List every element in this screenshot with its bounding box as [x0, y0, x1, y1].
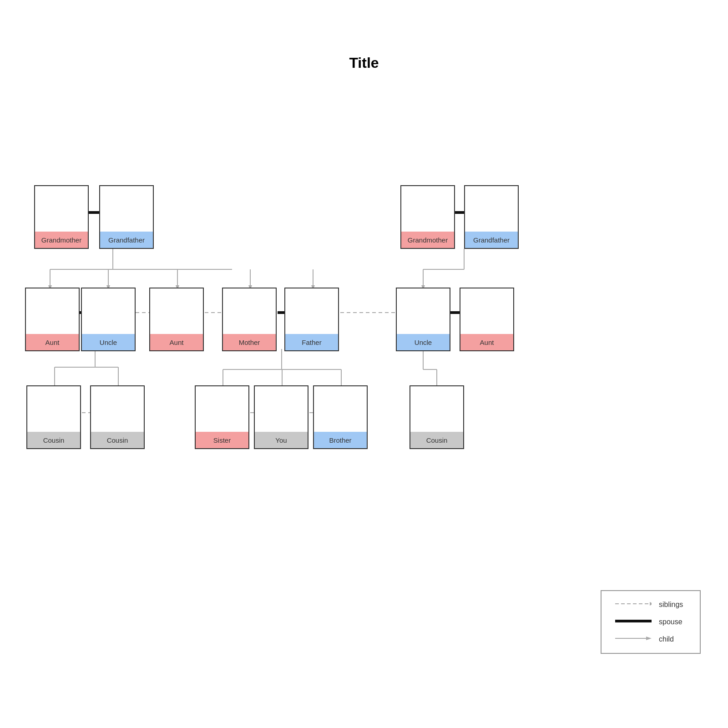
person-label: Mother	[223, 334, 276, 350]
person-photo	[26, 288, 79, 334]
spouse-label: spouse	[659, 618, 682, 626]
legend-spouse: spouse	[615, 617, 686, 627]
spouse-line-icon	[615, 617, 652, 627]
person-label: Aunt	[150, 334, 203, 350]
person-photo	[314, 386, 367, 432]
person-label: Uncle	[397, 334, 450, 350]
person-label: Cousin	[91, 432, 144, 448]
person-aunt-left1: Aunt	[25, 288, 80, 351]
person-photo	[223, 288, 276, 334]
person-grandpa-right: Grandfather	[464, 185, 519, 249]
person-grandma-right: Grandmother	[400, 185, 455, 249]
person-father: Father	[284, 288, 339, 351]
person-photo	[100, 186, 153, 232]
person-photo	[397, 288, 450, 334]
svg-marker-49	[646, 637, 652, 640]
legend-siblings: siblings	[615, 600, 686, 609]
person-brother: Brother	[313, 385, 368, 449]
person-label: Grandfather	[465, 232, 518, 248]
person-aunt-left2: Aunt	[149, 288, 204, 351]
siblings-label: siblings	[659, 601, 683, 609]
person-photo	[255, 386, 308, 432]
person-grandma-left: Grandmother	[34, 185, 89, 249]
person-label: Aunt	[460, 334, 513, 350]
person-photo	[285, 288, 338, 334]
siblings-line-icon	[615, 600, 652, 609]
page-title: Title	[0, 0, 728, 71]
person-grandpa-left: Grandfather	[99, 185, 154, 249]
legend: siblings spouse child	[601, 590, 701, 654]
person-label: Grandmother	[401, 232, 454, 248]
person-label: Sister	[196, 432, 248, 448]
person-photo	[91, 386, 144, 432]
person-photo	[35, 186, 88, 232]
svg-marker-46	[650, 602, 652, 606]
person-label: Grandmother	[35, 232, 88, 248]
person-label: Cousin	[27, 432, 80, 448]
person-uncle-right: Uncle	[396, 288, 450, 351]
person-photo	[401, 186, 454, 232]
person-mother: Mother	[222, 288, 277, 351]
child-label: child	[659, 635, 674, 643]
person-label: Uncle	[82, 334, 135, 350]
person-you: You	[254, 385, 308, 449]
person-photo	[410, 386, 463, 432]
person-label: Aunt	[26, 334, 79, 350]
person-uncle-left: Uncle	[81, 288, 136, 351]
legend-child: child	[615, 635, 686, 644]
person-photo	[460, 288, 513, 334]
person-label: Cousin	[410, 432, 463, 448]
person-aunt-right: Aunt	[460, 288, 514, 351]
person-label: Brother	[314, 432, 367, 448]
person-cousin-left1: Cousin	[26, 385, 81, 449]
child-line-icon	[615, 635, 652, 644]
person-photo	[82, 288, 135, 334]
person-photo	[196, 386, 248, 432]
person-label: Father	[285, 334, 338, 350]
person-cousin-right: Cousin	[410, 385, 464, 449]
person-label: You	[255, 432, 308, 448]
person-cousin-left2: Cousin	[90, 385, 145, 449]
person-photo	[150, 288, 203, 334]
person-label: Grandfather	[100, 232, 153, 248]
person-sister: Sister	[195, 385, 249, 449]
person-photo	[27, 386, 80, 432]
person-photo	[465, 186, 518, 232]
